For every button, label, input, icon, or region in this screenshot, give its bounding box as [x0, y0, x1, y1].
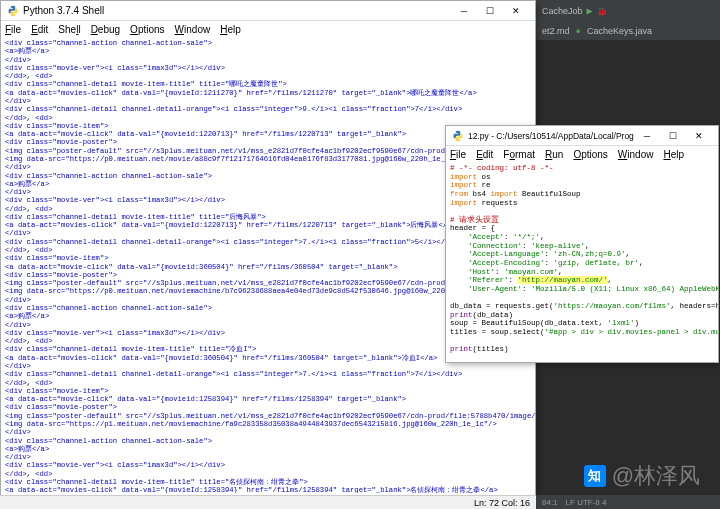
editor-menubar[interactable]: File Edit Format Run Options Window Help	[446, 146, 718, 162]
menu-edit[interactable]: Edit	[31, 24, 48, 35]
menu-shell[interactable]: Shell	[58, 24, 80, 35]
ide-run-config[interactable]: CacheJob	[542, 6, 583, 16]
python-icon	[7, 5, 19, 17]
menu-options[interactable]: Options	[573, 149, 607, 160]
maximize-button[interactable]: ☐	[477, 2, 503, 20]
shell-titlebar[interactable]: Python 3.7.4 Shell ─ ☐ ✕	[1, 1, 535, 21]
ide-encoding: LF UTF-8 4	[566, 498, 607, 507]
menu-help[interactable]: Help	[220, 24, 241, 35]
debug-icon[interactable]: 🐞	[597, 7, 607, 16]
ide-tab[interactable]: CacheKeys.java	[587, 26, 652, 36]
maximize-button[interactable]: ☐	[660, 127, 686, 145]
close-button[interactable]: ✕	[503, 2, 529, 20]
minimize-button[interactable]: ─	[634, 127, 660, 145]
python-icon	[452, 130, 464, 142]
python-editor-window: 12.py - C:/Users/10514/AppData/Local/Pro…	[445, 125, 719, 363]
close-button[interactable]: ✕	[686, 127, 712, 145]
menu-window[interactable]: Window	[618, 149, 654, 160]
watermark-text: @林泽风	[612, 461, 700, 491]
cursor-position: Ln: 72 Col: 16	[474, 498, 530, 508]
ide-toolbar: CacheJob ▶ 🐞	[536, 0, 720, 22]
ide-tab[interactable]: et2.md	[542, 26, 570, 36]
editor-titlebar[interactable]: 12.py - C:/Users/10514/AppData/Local/Pro…	[446, 126, 718, 146]
menu-debug[interactable]: Debug	[91, 24, 120, 35]
shell-title: Python 3.7.4 Shell	[23, 5, 104, 16]
ide-tabs: et2.md ● CacheKeys.java	[536, 22, 720, 40]
menu-file[interactable]: File	[5, 24, 21, 35]
zhihu-icon: 知	[584, 465, 606, 487]
menu-run[interactable]: Run	[545, 149, 563, 160]
shell-statusbar: Ln: 72 Col: 16	[0, 495, 536, 509]
minimize-button[interactable]: ─	[451, 2, 477, 20]
editor-title: 12.py - C:/Users/10514/AppData/Local/Pro…	[468, 131, 634, 141]
menu-format[interactable]: Format	[503, 149, 535, 160]
shell-menubar[interactable]: File Edit Shell Debug Options Window Hel…	[1, 21, 535, 37]
menu-window[interactable]: Window	[175, 24, 211, 35]
ide-cursor: 84:1	[542, 498, 558, 507]
ide-statusbar: 84:1 LF UTF-8 4	[536, 495, 720, 509]
run-icon[interactable]: ▶	[587, 5, 593, 17]
watermark: 知 @林泽风	[584, 461, 700, 491]
menu-file[interactable]: File	[450, 149, 466, 160]
menu-options[interactable]: Options	[130, 24, 164, 35]
menu-edit[interactable]: Edit	[476, 149, 493, 160]
menu-help[interactable]: Help	[663, 149, 684, 160]
editor-code[interactable]: # -*- coding: utf-8 -*- import os import…	[446, 162, 718, 362]
